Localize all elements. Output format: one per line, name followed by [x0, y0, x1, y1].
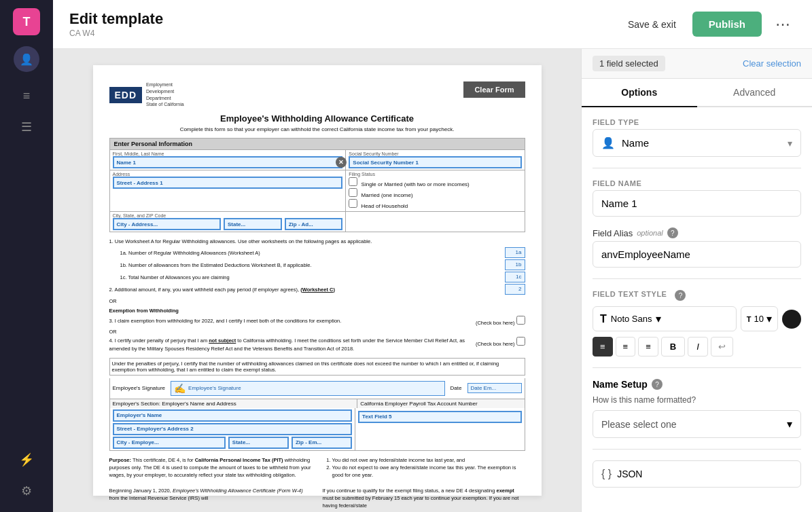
- zip-field[interactable]: Zip - Ad...: [285, 218, 343, 230]
- divider-2: [593, 278, 801, 279]
- signature-row: Employee's Signature ✍ Employee's Signat…: [109, 378, 525, 399]
- align-center-button[interactable]: ≡: [616, 337, 636, 356]
- publish-button[interactable]: Publish: [692, 12, 762, 37]
- clear-selection-button[interactable]: Clear selection: [743, 58, 801, 69]
- name-setup-title: Name Setup: [593, 379, 648, 390]
- align-left-button[interactable]: ≡: [593, 337, 613, 356]
- page-title: Edit template: [69, 10, 163, 28]
- date-field[interactable]: Date Em...: [467, 383, 522, 393]
- font-chevron-icon: ▾: [656, 312, 661, 325]
- italic-button[interactable]: I: [688, 337, 708, 356]
- address-label: Address: [113, 172, 343, 177]
- bold-button[interactable]: B: [661, 337, 685, 356]
- tab-options[interactable]: Options: [582, 79, 697, 107]
- ssn-label: Social Security Number: [349, 151, 521, 156]
- ssn-field[interactable]: Social Security Number 1: [349, 156, 521, 168]
- field-1c[interactable]: 1c: [505, 272, 525, 282]
- field-1a[interactable]: 1a: [505, 247, 525, 258]
- instruction-2-row: 2. Additional amount, if any, you want w…: [109, 284, 525, 295]
- clear-form-button[interactable]: Clear Form: [463, 81, 525, 98]
- city-state-zip-fields: City - Address... State... Zip - Ad...: [113, 218, 343, 230]
- bolt-icon[interactable]: ⚡: [14, 447, 39, 473]
- instruction-use: 1. Use Worksheet A for Regular Withholdi…: [109, 238, 525, 245]
- align-right-button[interactable]: ≡: [638, 337, 658, 356]
- more-options-button[interactable]: ⋯: [770, 13, 796, 36]
- app-logo[interactable]: T: [13, 8, 40, 35]
- save-exit-button[interactable]: Save & exit: [620, 14, 684, 35]
- remove-name-field-button[interactable]: ✕: [336, 157, 347, 168]
- color-picker[interactable]: [782, 310, 801, 329]
- field-type-selector[interactable]: 👤 Name ▾: [593, 129, 801, 157]
- name-ssn-row: First, Middle, Last Name Name 1 ✕ Social…: [109, 150, 525, 170]
- instruction-1a-row: 1a. Number of Regular Withholding Allowa…: [109, 247, 525, 258]
- date-label: Date: [451, 385, 462, 391]
- json-label: JSON: [617, 469, 642, 479]
- employer-zip-field[interactable]: Zip - Em...: [292, 437, 352, 449]
- header-actions: Save & exit Publish ⋯: [620, 12, 796, 37]
- purpose-text: This certificate, DE 4, is for: [133, 457, 195, 463]
- layers-icon[interactable]: ≡: [14, 83, 39, 109]
- filing-label: Filing Status: [349, 172, 521, 177]
- field-1b[interactable]: 1b: [505, 259, 525, 270]
- employer-tax-field[interactable]: Text Field 5: [358, 411, 521, 423]
- city-cell: City, State, and ZIP Code City - Address…: [110, 212, 347, 232]
- purpose-left: Purpose: This certificate, DE 4, is for …: [109, 456, 312, 510]
- employer-street-field[interactable]: Street - Employer's Address 2: [113, 423, 353, 435]
- settings-icon[interactable]: ⚙: [14, 478, 39, 504]
- sig-field[interactable]: ✍ Employee's Signature: [171, 381, 445, 396]
- city-state-zip-row: City, State, and ZIP Code City - Address…: [109, 212, 525, 232]
- name-label: First, Middle, Last Name: [113, 151, 343, 156]
- exemption-3-text: 3. I claim exemption from withholding fo…: [109, 317, 473, 325]
- name-field[interactable]: Name 1 ✕: [113, 156, 343, 168]
- employer-col2-header: California Employer Payroll Tax Account …: [357, 399, 524, 408]
- employer-city-field[interactable]: City - Employe...: [113, 437, 226, 449]
- sig-label: Employee's Signature: [113, 385, 166, 391]
- font-selector[interactable]: T Noto Sans ▾: [593, 306, 737, 331]
- edd-logo-box: EDD: [109, 87, 143, 103]
- optional-badge: optional: [637, 229, 663, 237]
- field-alias-section: Field Alias optional ?: [593, 227, 801, 268]
- font-size-value: 10: [754, 314, 764, 324]
- edd-logo-text: EmploymentDevelopmentDepartmentState of …: [146, 81, 184, 108]
- street-field[interactable]: Street - Address 1: [113, 177, 343, 189]
- name-cell: First, Middle, Last Name Name 1 ✕: [110, 150, 347, 170]
- user-avatar[interactable]: 👤: [14, 46, 39, 72]
- tab-advanced[interactable]: Advanced: [697, 79, 813, 107]
- document-icon[interactable]: ☰: [14, 114, 39, 140]
- name-format-selector[interactable]: Please select one ▾: [593, 410, 801, 438]
- employer-name-field[interactable]: Employer's Name: [113, 409, 353, 422]
- instruction-1c-text: 1c. Total Number of Allowances you are c…: [120, 274, 505, 281]
- font-size-selector[interactable]: T 10 ▾: [741, 306, 778, 331]
- employer-section: Employer's Section: Employer's Name and …: [109, 399, 525, 451]
- alias-help-icon[interactable]: ?: [667, 227, 678, 238]
- or-1: OR: [109, 297, 525, 305]
- state-field[interactable]: State...: [224, 218, 282, 230]
- json-icon: { }: [601, 468, 612, 480]
- employer-state-field[interactable]: State...: [228, 437, 289, 449]
- name-setup-section: Name Setup ? How is this name formatted?…: [593, 379, 801, 438]
- filing-cell: Filing Status Single or Married (with tw…: [346, 170, 524, 211]
- name-setup-help-icon[interactable]: ?: [652, 379, 663, 390]
- purpose-bold2: California Personal Income Tax (PIT): [195, 457, 283, 463]
- instruction-2-text: 2. Additional amount, if any, you want w…: [109, 286, 505, 293]
- text-style-label: Field text style: [593, 290, 667, 298]
- instruction-1b-row: 1b. Number of allowances from the Estima…: [109, 259, 525, 270]
- how-formatted-label: How is this name formatted?: [593, 395, 801, 405]
- name-format-placeholder: Please select one: [601, 419, 677, 430]
- beginning-text: Beginning January 1, 2020,: [109, 488, 173, 494]
- doc-subtitle: Complete this form so that your employer…: [109, 126, 525, 132]
- field-2[interactable]: 2: [505, 284, 525, 295]
- name-setup-header: Name Setup ?: [593, 379, 801, 390]
- right-item-2: You do not expect to owe any federal/sta…: [332, 464, 525, 479]
- instruction-1c-row: 1c. Total Number of Allowances you are c…: [109, 272, 525, 282]
- divider-3: [593, 367, 801, 368]
- field-name-input[interactable]: [593, 190, 801, 217]
- document-area: EDD EmploymentDevelopmentDepartmentState…: [53, 49, 581, 512]
- instructions: 1. Use Worksheet A for Regular Withholdi…: [109, 238, 525, 352]
- reset-format-button[interactable]: ↩: [711, 337, 733, 356]
- json-section[interactable]: { } JSON: [593, 460, 801, 488]
- city-field[interactable]: City - Address...: [113, 218, 221, 230]
- text-style-help-icon[interactable]: ?: [675, 290, 686, 301]
- employer-header: Employer's Section: Employer's Name and …: [110, 399, 358, 408]
- field-alias-input[interactable]: [593, 241, 801, 268]
